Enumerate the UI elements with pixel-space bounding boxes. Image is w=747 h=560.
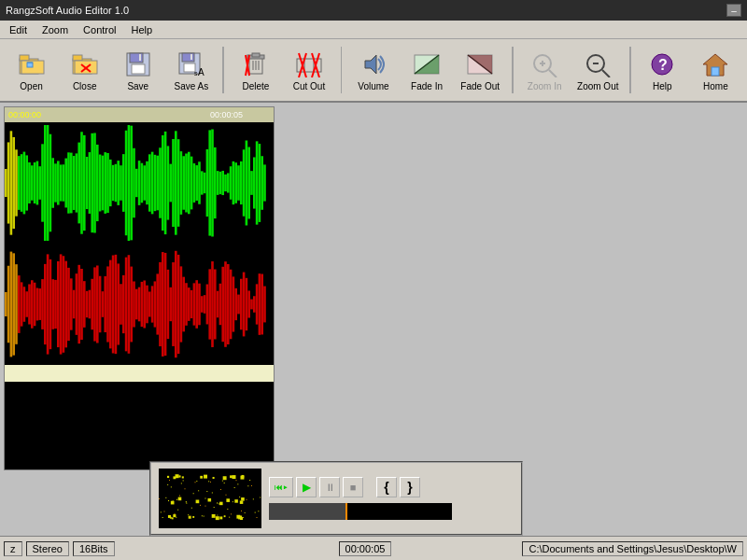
delete-icon <box>241 49 271 79</box>
save-button[interactable]: Save <box>112 43 163 97</box>
transport-panel: ⏮▶ ▶ ⏸ ■ { } <box>149 461 523 536</box>
menu-item-help[interactable]: Help <box>124 22 161 37</box>
svg-text:?: ? <box>658 57 668 73</box>
close-button[interactable]: Close <box>59 43 110 97</box>
save-icon <box>123 49 153 79</box>
volume-label: Volume <box>358 81 388 91</box>
right-panel <box>278 103 747 467</box>
minimize-button[interactable]: – <box>726 4 741 17</box>
svg-rect-52 <box>712 67 719 76</box>
sep4 <box>629 47 631 93</box>
menu-item-zoom[interactable]: Zoom <box>35 22 76 37</box>
saveas-label: Save As <box>175 81 209 91</box>
sep3 <box>512 47 514 93</box>
waveform-timeline: 00:00:00 00:00:05 <box>5 107 274 122</box>
fadein-label: Fade In <box>411 81 443 91</box>
status-path: C:\Documents and Settings\Jesus\Desktop\… <box>522 541 743 556</box>
svg-rect-13 <box>139 54 141 61</box>
save-label: Save <box>127 81 148 91</box>
saveas-icon: A s <box>176 49 206 79</box>
svg-rect-1 <box>20 55 29 61</box>
svg-rect-17 <box>190 54 192 60</box>
cutout-button[interactable]: Cut Out <box>283 43 334 97</box>
help-icon: ? <box>647 49 677 79</box>
waveform-panel[interactable]: 00:00:00 00:00:05 <box>4 106 275 470</box>
home-button[interactable]: Home <box>690 43 741 97</box>
home-label: Home <box>703 81 728 91</box>
zoomin-label: Zoom In <box>528 81 562 91</box>
svg-text:s: s <box>194 70 198 77</box>
playback-progress[interactable] <box>269 503 452 520</box>
status-freq: z <box>4 541 22 556</box>
delete-button[interactable]: Delete <box>230 43 281 97</box>
svg-rect-15 <box>182 53 194 62</box>
app-title: RangzSoft Audio Editor 1.0 <box>6 5 129 16</box>
saveas-button[interactable]: A s Save As <box>165 43 217 97</box>
help-label: Help <box>653 81 672 91</box>
toolbar: Open Close Save <box>0 39 747 103</box>
play-from-start-button[interactable]: ⏮▶ <box>269 477 293 497</box>
mini-waveform <box>159 469 261 528</box>
play-button[interactable]: ▶ <box>296 477 317 497</box>
mark-out-button[interactable]: } <box>400 477 420 497</box>
delete-label: Delete <box>242 81 269 91</box>
sep1 <box>222 47 224 93</box>
stop-button[interactable]: ■ <box>343 477 363 497</box>
menu-item-edit[interactable]: Edit <box>2 22 35 37</box>
svg-rect-6 <box>73 55 82 61</box>
cutout-label: Cut Out <box>293 81 325 91</box>
open-button[interactable]: Open <box>6 43 57 97</box>
svg-rect-3 <box>27 63 33 67</box>
home-icon <box>700 49 730 79</box>
volume-button[interactable]: Volume <box>347 43 399 97</box>
volume-icon <box>359 49 388 79</box>
pause-button[interactable]: ⏸ <box>319 477 340 497</box>
waveform-bottom-bar <box>5 365 274 382</box>
progress-fill <box>269 503 345 520</box>
fadeout-button[interactable]: Fade Out <box>455 43 506 97</box>
title-bar: RangzSoft Audio Editor 1.0 – <box>0 0 747 21</box>
svg-rect-22 <box>252 53 260 57</box>
waveform-red-channel <box>5 244 274 365</box>
svg-line-48 <box>602 70 610 77</box>
fadeout-label: Fade Out <box>460 81 500 91</box>
progress-cursor <box>345 503 347 520</box>
svg-line-45 <box>549 70 557 77</box>
menu-item-control[interactable]: Control <box>76 22 123 37</box>
svg-marker-35 <box>365 55 376 74</box>
status-time: 00:00:05 <box>339 541 392 556</box>
zoomin-icon <box>529 49 559 79</box>
main-content: 00:00:00 00:00:05 <box>0 103 747 467</box>
mini-waveform-canvas <box>159 469 261 528</box>
svg-rect-12 <box>132 64 145 74</box>
mark-in-button[interactable]: { <box>376 477 397 497</box>
status-bar: z Stereo 16Bits 00:00:05 C:\Documents an… <box>0 536 747 560</box>
svg-text:A: A <box>198 67 204 77</box>
status-bits: 16Bits <box>73 541 115 556</box>
status-channels: Stereo <box>26 541 69 556</box>
zoomin-button[interactable]: Zoom In <box>519 43 571 97</box>
menu-bar: Edit Zoom Control Help <box>0 21 747 39</box>
fadein-button[interactable]: Fade In <box>402 43 453 97</box>
time-marker-mid: 00:00:05 <box>210 110 243 119</box>
sep2 <box>341 47 343 93</box>
zoomout-icon <box>583 49 613 79</box>
open-icon <box>17 49 47 79</box>
close-icon <box>70 49 100 79</box>
cutout-icon <box>294 49 324 79</box>
time-marker-start: 00:00:00 <box>8 110 41 119</box>
transport-buttons: ⏮▶ ▶ ⏸ ■ { } <box>269 477 514 497</box>
help-button[interactable]: ? Help <box>637 43 688 97</box>
close-label: Close <box>73 81 97 91</box>
open-label: Open <box>20 81 42 91</box>
fadeout-icon <box>465 49 495 79</box>
waveform-green-channel <box>5 122 274 244</box>
zoomout-button[interactable]: Zoom Out <box>572 43 624 97</box>
zoomout-label: Zoom Out <box>577 81 618 91</box>
fadein-icon <box>412 49 442 79</box>
